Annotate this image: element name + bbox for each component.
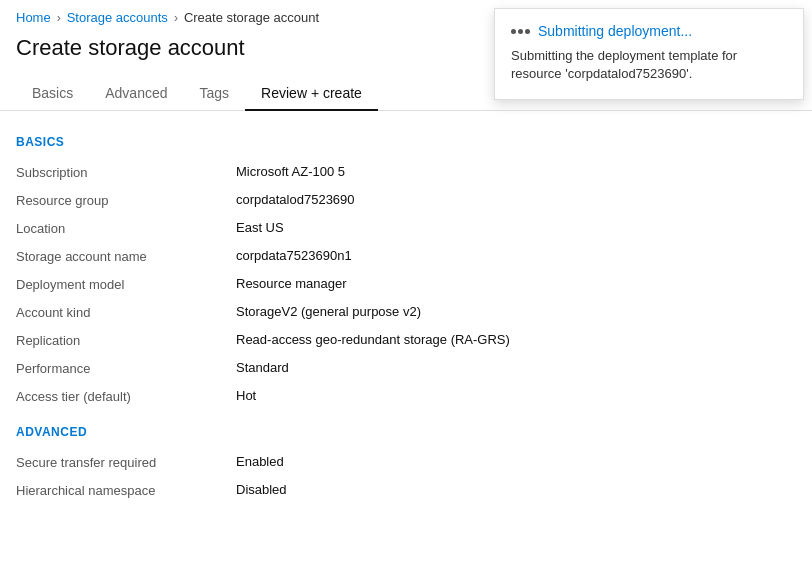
value-location: East US — [236, 220, 796, 235]
label-storage-account-name: Storage account name — [16, 248, 236, 264]
label-subscription: Subscription — [16, 164, 236, 180]
notification-title[interactable]: Submitting deployment... — [538, 23, 692, 39]
value-access-tier: Hot — [236, 388, 796, 403]
value-resource-group: corpdatalod7523690 — [236, 192, 796, 207]
row-secure-transfer: Secure transfer required Enabled — [16, 449, 796, 477]
loading-dots-icon — [511, 29, 530, 34]
value-performance: Standard — [236, 360, 796, 375]
row-account-kind: Account kind StorageV2 (general purpose … — [16, 299, 796, 327]
notification-popup: Submitting deployment... Submitting the … — [494, 8, 804, 100]
tab-review-create[interactable]: Review + create — [245, 77, 378, 111]
advanced-section-header: ADVANCED — [16, 425, 796, 439]
breadcrumb-home[interactable]: Home — [16, 10, 51, 25]
breadcrumb-sep-2: › — [174, 11, 178, 25]
label-secure-transfer: Secure transfer required — [16, 454, 236, 470]
value-secure-transfer: Enabled — [236, 454, 796, 469]
label-hierarchical-namespace: Hierarchical namespace — [16, 482, 236, 498]
row-resource-group: Resource group corpdatalod7523690 — [16, 187, 796, 215]
breadcrumb-storage-accounts[interactable]: Storage accounts — [67, 10, 168, 25]
tab-basics[interactable]: Basics — [16, 77, 89, 111]
breadcrumb-current: Create storage account — [184, 10, 319, 25]
value-replication: Read-access geo-redundant storage (RA-GR… — [236, 332, 796, 347]
basics-section-header: BASICS — [16, 135, 796, 149]
row-access-tier: Access tier (default) Hot — [16, 383, 796, 411]
value-hierarchical-namespace: Disabled — [236, 482, 796, 497]
tab-tags[interactable]: Tags — [184, 77, 246, 111]
label-replication: Replication — [16, 332, 236, 348]
value-account-kind: StorageV2 (general purpose v2) — [236, 304, 796, 319]
label-deployment-model: Deployment model — [16, 276, 236, 292]
label-access-tier: Access tier (default) — [16, 388, 236, 404]
tab-advanced[interactable]: Advanced — [89, 77, 183, 111]
label-performance: Performance — [16, 360, 236, 376]
value-deployment-model: Resource manager — [236, 276, 796, 291]
row-subscription: Subscription Microsoft AZ-100 5 — [16, 159, 796, 187]
notification-body: Submitting the deployment template for r… — [511, 47, 787, 83]
row-storage-account-name: Storage account name corpdata7523690n1 — [16, 243, 796, 271]
value-subscription: Microsoft AZ-100 5 — [236, 164, 796, 179]
main-content: BASICS Subscription Microsoft AZ-100 5 R… — [0, 111, 812, 525]
label-account-kind: Account kind — [16, 304, 236, 320]
label-resource-group: Resource group — [16, 192, 236, 208]
value-storage-account-name: corpdata7523690n1 — [236, 248, 796, 263]
label-location: Location — [16, 220, 236, 236]
row-location: Location East US — [16, 215, 796, 243]
breadcrumb-sep-1: › — [57, 11, 61, 25]
row-replication: Replication Read-access geo-redundant st… — [16, 327, 796, 355]
row-hierarchical-namespace: Hierarchical namespace Disabled — [16, 477, 796, 505]
row-deployment-model: Deployment model Resource manager — [16, 271, 796, 299]
row-performance: Performance Standard — [16, 355, 796, 383]
notification-title-row: Submitting deployment... — [511, 23, 787, 39]
